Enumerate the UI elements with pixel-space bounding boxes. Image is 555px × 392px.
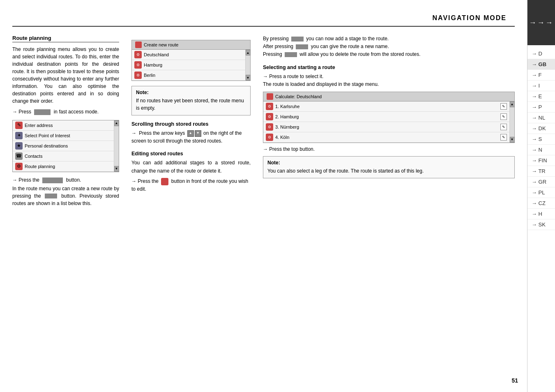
table-row: ☎ Contacts [13,151,114,161]
scroll-arrow: → [131,129,136,137]
press-line: → Press in fast access mode. [12,109,119,115]
note-text-2: You can also select a leg of the route. … [267,167,510,175]
right-column: By pressing you can now add a stage to t… [263,35,515,207]
main-content: NAVIGATION MODE Route planning The route… [0,0,527,392]
route-item-icon-3: ⚙ [134,71,142,79]
list-item: ⚙ Hamburg [132,60,245,70]
nav-link-sk[interactable]: → SK [527,219,555,230]
nav-link-s[interactable]: → S [527,134,555,145]
nav-link-n[interactable]: → N [527,145,555,155]
personal-dest-label: Personal destinations [25,143,111,148]
nav-link-p[interactable]: → P [527,102,555,113]
nav-link-e[interactable]: → E [527,91,555,102]
calc-row-icon-2: ⚙ [266,113,273,120]
fast-access-text: in fast access mode. [54,109,99,115]
edit-btn-1[interactable]: ✎ [500,103,507,110]
editing-arrow: → Press the [131,178,159,184]
nav-link-i[interactable]: → I [527,81,555,91]
pressing-btn [285,52,297,57]
calc-icon [267,93,273,100]
create-route-icon [135,42,142,48]
right-intro-text: By pressing you can now add a stage to t… [263,35,515,59]
nav-link-nl[interactable]: → NL [527,113,555,123]
route-item-text-2: Hamburg [144,62,243,67]
list-item: ⚙ 1. Karlsruhe ✎ [263,101,509,112]
calc-scroll-up[interactable]: ▲ [510,101,515,107]
nav-link-h[interactable]: → H [527,209,555,219]
contacts-label: Contacts [25,154,111,159]
calc-scrollbar: ▲ ▼ [509,101,514,143]
down-arrow-key: ▼ [195,130,201,137]
nav-link-fin[interactable]: → FIN [527,155,555,166]
after-pressing-btn [296,44,308,49]
calc-title: Calculate: Deutschland [275,94,322,99]
page-header: NAVIGATION MODE [12,8,515,27]
nav-link-gb[interactable]: → GB [527,59,555,70]
route-planning-label: Route planning [25,164,111,169]
note-text-1: If no routes have yet been stored, the r… [136,97,246,112]
note-heading-2: Note: [267,160,510,166]
note-box-2: Note: You can also select a leg of the r… [263,156,515,178]
up-arrow-key: ▲ [187,130,194,137]
left-column: Route planning The route planning menu a… [12,35,119,207]
edit-btn-3[interactable]: ✎ [500,124,507,130]
nav-link-pl[interactable]: → PL [527,187,555,198]
loaded-text: The route is loaded and displayed in the… [263,81,515,88]
nav-link-cz[interactable]: → CZ [527,198,555,209]
create-route-title: Create new route [144,42,178,47]
press-button-placeholder [34,109,51,115]
route-item-icon-2: ⚙ [134,61,142,69]
scroll-up-btn[interactable]: ▲ [114,120,119,126]
create-route-header: Create new route [132,40,250,50]
calc-mockup: Calculate: Deutschland ⚙ 1. Karlsruhe ✎ … [263,92,515,143]
calc-row-icon-3: ⚙ [266,123,273,131]
editing-heading: Editing stored routes [131,151,251,157]
list-item: ⚙ 3. Nürnberg ✎ [263,122,509,132]
create-route-mockup: Create new route ⚙ Deutschland ⚙ Hamburg [131,40,251,81]
edit-btn-2[interactable]: ✎ [500,113,507,120]
route-item-icon-1: ⚙ [134,51,142,58]
editing-text: You can add additional stages to a store… [131,159,251,175]
list-item: ⚙ Deutschland [132,50,245,60]
scroll-down-btn-2[interactable]: ▼ [246,75,251,81]
list-item: ⚙ 2. Hamburg ✎ [263,112,509,122]
press-arrow: → Press [12,109,31,115]
list-item: ⚙ 4. Köln ✎ [263,132,509,143]
nav-link-dk[interactable]: → DK [527,123,555,134]
press-the-text: → Press the [12,177,39,183]
content-wrapper: Route planning The route planning menu a… [12,35,515,207]
press-top-text: → Press the top button. [263,146,515,152]
calc-rows: ⚙ 1. Karlsruhe ✎ ⚙ 2. Hamburg ✎ ⚙ 3. Nür… [263,101,509,143]
editing-press-text: → Press the button in front of the route… [131,178,251,193]
calc-row-text-1: 1. Karlsruhe [275,104,498,109]
calc-scroll-down[interactable]: ▼ [510,137,515,143]
by-pressing-btn [291,37,304,42]
nav-link-tr[interactable]: → TR [527,166,555,177]
arrow-keys: ▲ ▼ [187,130,201,137]
right-sidebar: →→→ → D → GB → F → I → E → P → NL → DK →… [527,0,555,392]
nav-link-gr[interactable]: → GR [527,177,555,187]
calc-row-text-2: 2. Hamburg [275,114,498,119]
nav-link-f[interactable]: → F [527,70,555,81]
selecting-heading: Selecting and starting a route [263,65,515,70]
route-menu-text: In the route menu you can create a new r… [12,185,119,207]
personal-dest-icon: ★ [15,142,23,150]
nav-link-d[interactable]: → D [527,48,555,59]
calc-rows-container: ⚙ 1. Karlsruhe ✎ ⚙ 2. Hamburg ✎ ⚙ 3. Nür… [263,101,514,143]
edit-btn-4[interactable]: ✎ [500,134,507,141]
calc-row-text-4: 4. Köln [275,135,498,140]
button-suffix: button. [66,177,81,183]
contacts-icon: ☎ [15,152,23,160]
scrolling-text: → Press the arrow keys ▲ ▼ on the right … [131,129,251,145]
note-box-1: Note: If no routes have yet been stored,… [131,86,251,115]
create-route-scrollbar: ▲ ▼ [245,50,250,81]
scrolling-heading: Scrolling through stored routes [131,121,251,127]
calc-row-icon-1: ⚙ [266,103,273,110]
menu-rows: ✎ Enter address ✦ Select Point of Intere… [13,120,114,172]
table-row: ✎ Enter address [13,120,114,131]
create-btn-placeholder [45,194,57,198]
calc-header: Calculate: Deutschland [263,92,514,101]
route-item-text-1: Deutschland [144,52,243,57]
scroll-up-btn-2[interactable]: ▲ [246,50,251,55]
scroll-down-btn[interactable]: ▼ [114,166,119,172]
